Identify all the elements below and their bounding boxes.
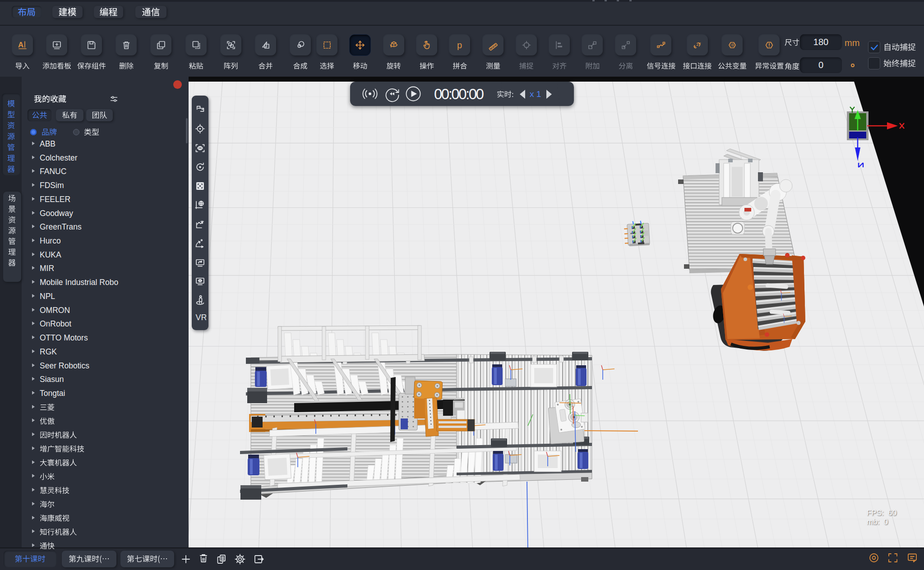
svg-text:VR: VR (195, 313, 206, 322)
svg-text:p: p (457, 40, 462, 50)
svg-text:A: A (18, 41, 23, 49)
